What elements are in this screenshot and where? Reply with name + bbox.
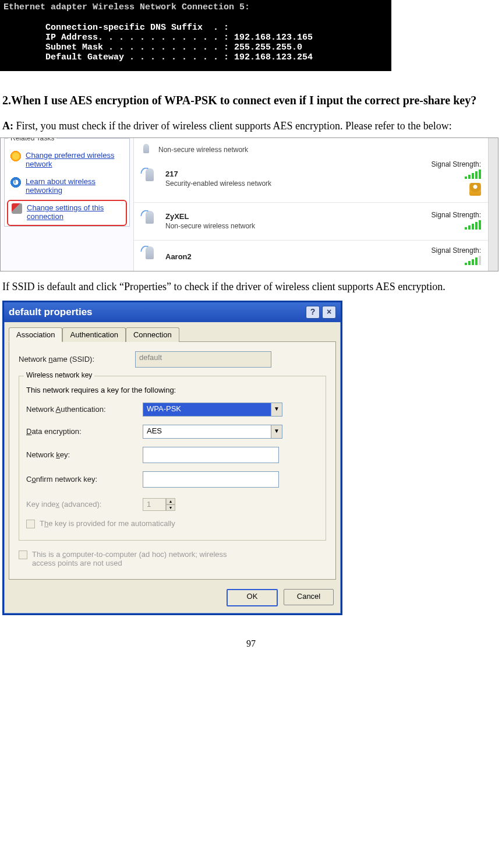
- signal-strength-label: Signal Strength:: [394, 160, 481, 168]
- antenna-icon: [140, 167, 160, 190]
- dialog-button-row: OK Cancel: [4, 584, 341, 613]
- ip-value: 192.168.123.165: [234, 33, 313, 43]
- network-list: Non-secure wireless network 217 Security…: [133, 138, 488, 271]
- network-authentication-combo[interactable]: WPA-PSK ▼: [143, 403, 282, 417]
- network-desc: Non-secure wireless network: [165, 222, 388, 230]
- ok-button[interactable]: OK: [227, 589, 278, 606]
- network-name: ZyXEL: [165, 212, 388, 221]
- wrench-icon: [12, 203, 22, 214]
- ip-label: IP Address. . . . . . . . . . . . :: [3, 33, 234, 43]
- task-change-preferred[interactable]: Change preferred wireless network: [5, 147, 129, 174]
- encryption-value: AES: [143, 425, 271, 439]
- antenna-icon: [140, 210, 160, 233]
- adhoc-checkbox: This is a computer-to-computer (ad hoc) …: [19, 550, 326, 567]
- data-encryption-combo[interactable]: AES ▼: [143, 425, 282, 439]
- gw-value: 192.168.123.254: [234, 52, 313, 62]
- network-desc: Non-secure wireless network: [158, 146, 388, 154]
- ipconfig-terminal: Ethernet adapter Wireless Network Connec…: [0, 0, 391, 71]
- network-row[interactable]: ZyXEL Non-secure wireless network Signal…: [134, 203, 488, 241]
- tab-body: Network name (SSID): default Wireless ne…: [9, 341, 336, 580]
- chevron-down-icon[interactable]: ▼: [271, 403, 282, 417]
- network-key-field[interactable]: [143, 447, 279, 463]
- mask-label: Subnet Mask . . . . . . . . . . . :: [3, 43, 234, 52]
- group-label: Wireless network key: [24, 371, 94, 379]
- dns-line: Connection-specific DNS Suffix . :: [3, 23, 229, 33]
- signal-bars-icon: [465, 256, 481, 265]
- network-name: 217: [165, 170, 388, 178]
- close-button[interactable]: ×: [322, 306, 336, 319]
- ssid-field[interactable]: default: [135, 351, 271, 368]
- faq-answer-2: A: First, you must check if the driver o…: [2, 115, 500, 136]
- auth-label: Network Authentication:: [26, 405, 137, 414]
- antenna-icon: [140, 245, 160, 269]
- checkbox-icon: [19, 551, 27, 559]
- answer-prefix: A:: [2, 120, 13, 132]
- signal-strength-label: Signal Strength:: [394, 246, 481, 255]
- adapter-line: Ethernet adapter Wireless Network Connec…: [3, 2, 250, 12]
- network-key-label: Network key:: [26, 450, 137, 459]
- task-change-settings-link[interactable]: Change settings of this connection: [27, 203, 122, 221]
- help-button[interactable]: ?: [306, 306, 320, 319]
- signal-bars-icon: [465, 220, 481, 230]
- tabs-row: Association Authentication Connection: [4, 322, 341, 341]
- auto-key-checkbox: The key is provided for me automatically: [26, 519, 319, 528]
- info-icon: [10, 177, 21, 188]
- task-learn-about[interactable]: Learn about wireless networking: [5, 174, 129, 200]
- group-text: This network requires a key for the foll…: [26, 386, 319, 394]
- wireless-networks-panel: Related Tasks Change preferred wireless …: [0, 137, 499, 271]
- key-index-spinner: 1 ▲▼: [143, 498, 175, 511]
- checkbox-icon: [26, 520, 35, 528]
- key-index-label: Key index (advanced):: [26, 500, 137, 509]
- auto-key-label: The key is provided for me automatically: [40, 519, 175, 528]
- encryption-label: Data encryption:: [26, 427, 137, 436]
- chevron-down-icon[interactable]: ▼: [271, 425, 282, 439]
- page-number: 97: [0, 638, 502, 649]
- tab-connection[interactable]: Connection: [126, 327, 179, 342]
- default-properties-dialog: default properties ? × Association Authe…: [2, 301, 342, 615]
- signal-bars-icon: [465, 170, 481, 179]
- network-row[interactable]: Non-secure wireless network: [134, 138, 488, 156]
- faq-question-2: 2.When I use AES encryption of WPA-PSK t…: [2, 89, 500, 112]
- task-change-settings[interactable]: Change settings of this connection: [7, 200, 127, 226]
- ssid-label: Network name (SSID):: [19, 355, 129, 364]
- confirm-key-field[interactable]: [143, 471, 279, 488]
- mid-paragraph: If SSID is default and click “Properties…: [2, 276, 500, 297]
- wireless-key-group: Wireless network key This network requir…: [19, 376, 326, 541]
- dialog-title: default properties: [9, 306, 93, 318]
- star-icon: [10, 151, 21, 161]
- signal-strength-label: Signal Strength:: [394, 211, 481, 219]
- mask-value: 255.255.255.0: [234, 43, 302, 52]
- task-learn-about-link[interactable]: Learn about wireless networking: [26, 177, 125, 195]
- cancel-button[interactable]: Cancel: [284, 589, 334, 605]
- confirm-key-label: Confirm network key:: [26, 475, 137, 484]
- related-tasks-label: Related Tasks: [8, 137, 56, 142]
- answer-body: First, you must check if the driver of w…: [13, 120, 452, 132]
- network-name: Aaron2: [165, 252, 388, 261]
- adhoc-label: This is a computer-to-computer (ad hoc) …: [32, 550, 227, 567]
- related-tasks-pane: Related Tasks Change preferred wireless …: [1, 138, 133, 271]
- lock-icon: [469, 183, 481, 196]
- gw-label: Default Gateway . . . . . . . . . :: [3, 52, 234, 62]
- dialog-titlebar: default properties ? ×: [4, 302, 341, 322]
- auth-value: WPA-PSK: [143, 403, 271, 417]
- tab-association[interactable]: Association: [9, 327, 62, 342]
- spin-up-icon: ▲: [166, 498, 175, 504]
- tab-authentication[interactable]: Authentication: [62, 327, 125, 342]
- scrollbar[interactable]: [488, 138, 498, 271]
- spin-down-icon: ▼: [166, 504, 175, 511]
- network-desc: Security-enabled wireless network: [165, 179, 388, 188]
- key-index-value: 1: [143, 498, 166, 511]
- task-change-preferred-link[interactable]: Change preferred wireless network: [26, 151, 125, 169]
- network-row[interactable]: Aaron2 Signal Strength:: [134, 241, 488, 269]
- network-row[interactable]: 217 Security-enabled wireless network Si…: [134, 156, 488, 203]
- antenna-icon: [140, 143, 153, 156]
